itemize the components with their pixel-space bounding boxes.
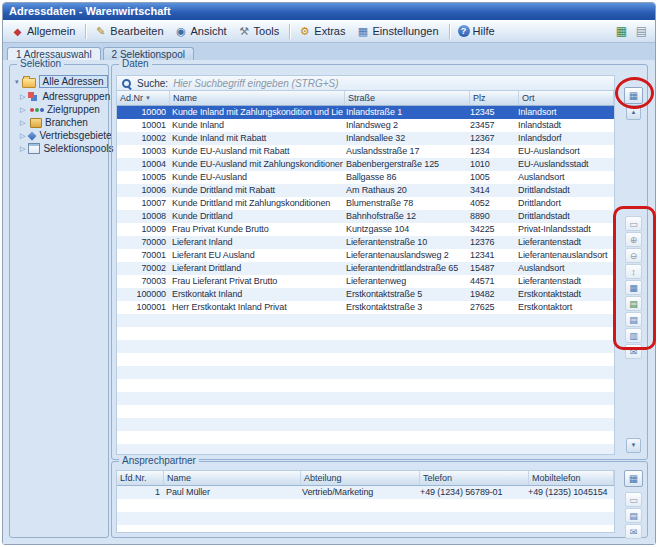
table-cell: 10009 [117,223,169,236]
table-row[interactable]: 10001Kunde InlandInlandsweg 223457Inland… [117,119,614,132]
table-cell: 1 [117,486,163,499]
branchen-icon [30,118,42,128]
tree-item-zielgruppen[interactable]: ▷ Zielgruppen [14,103,106,116]
ansicht-label: Ansicht [191,25,227,37]
table-cell: 100001 [117,301,169,314]
table-row[interactable]: 70003Frau Lieferant Privat BruttoLiefera… [117,275,614,288]
ansprechpartner-panel-title: Ansprechpartner [119,455,199,467]
column-header-name[interactable]: Name [164,471,301,485]
table-row[interactable]: 10002Kunde Inland mit RabattInlandsallee… [117,132,614,145]
table-row[interactable]: 10008Kunde DrittlandBahnhofstraße 128890… [117,210,614,223]
tree-expander-icon[interactable]: ▷ [20,116,27,129]
table-cell: 70000 [117,236,169,249]
search-icon [122,79,132,89]
tree-item-branchen[interactable]: ▷ Branchen [14,116,106,129]
zoom-in-icon[interactable]: ⊕ [625,232,642,247]
table-cell: Am Rathaus 20 [343,184,467,197]
column-header-adnr[interactable]: Ad.Nr ▼ [117,91,170,105]
export-mail-icon[interactable]: ✉ [625,344,642,359]
collapse-icon[interactable]: ▭ [625,216,642,231]
toolbar-separator [289,24,290,39]
scroll-up-icon[interactable]: ▲ [626,105,641,120]
column-header-abteilung[interactable]: Abteilung [301,471,420,485]
tree-expander-icon[interactable]: ▷ [20,90,25,103]
selektionspools-icon [28,143,40,154]
table-cell: Erstkontakt Inland [169,288,343,301]
table-row[interactable]: 10004Kunde EU-Ausland mit Zahlungskondit… [117,158,614,171]
table-row[interactable]: 100001Herr Erstkontakt Inland PrivatErst… [117,301,614,314]
tree-item-adressgruppen[interactable]: ▷ Adressgruppen [14,90,106,103]
tree-expander-icon[interactable]: ▷ [20,103,27,116]
table-cell: Kunde Inland mit Rabatt [169,132,343,145]
tools-label: Tools [254,25,280,37]
column-header-mobiltelefon[interactable]: Mobiltelefon [529,471,614,485]
table-row[interactable]: 10006Kunde Drittland mit RabattAm Rathau… [117,184,614,197]
table-row[interactable]: 10003Kunde EU-Ausland mit RabattAuslands… [117,145,614,158]
column-header-strasse[interactable]: Straße [345,91,470,105]
table-cell: Lieferantenauslandsweg 2 [343,249,467,262]
tree-root-label: Alle Adressen [39,75,108,88]
column-header-lfdnr[interactable]: Lfd.Nr. [117,471,164,485]
tree-item-label: Selektionspools [43,143,113,154]
adressgruppen-icon [28,92,34,98]
table-cell: Inlandstadt [515,119,614,132]
table-row[interactable]: 10009Frau Privat Kunde BruttoKuntzgasse … [117,223,614,236]
export-excel-icon[interactable]: ▤ [625,296,642,311]
table-cell: 12345 [467,106,515,119]
export-mail-icon[interactable]: ✉ [625,524,642,539]
grid-side-toolbar: ▭ ⊕ ⊖ ↕ ▦ ▤ ▤ ▥ ✉ [625,216,641,359]
table-cell: 10004 [117,158,169,171]
extras-button[interactable]: ⚙ Extras [294,23,351,40]
table-cell: 70003 [117,275,169,288]
table-cell: Kunde EU-Ausland [169,171,343,184]
export-pdf-icon[interactable]: ▥ [625,328,642,343]
table-row[interactable]: 70002Lieferant DrittlandLieferantendritt… [117,262,614,275]
bearbeiten-button[interactable]: ✎ Bearbeiten [90,23,169,40]
column-header-plz[interactable]: Plz [470,91,519,105]
table-row[interactable]: 70000Lieferant InlandLieferantenstraße 1… [117,236,614,249]
table-row[interactable]: 10000Kunde Inland mit Zahlungskondition … [117,106,614,119]
export-list-icon[interactable]: ▤ [625,508,642,523]
settings-icon: ▦ [356,25,369,38]
einstellungen-button[interactable]: ▦ Einstellungen [352,23,444,40]
column-header-ort[interactable]: Ort [519,91,614,105]
contact-options-icon[interactable]: ▦ [624,470,643,487]
allgemein-label: Allgemein [27,25,75,37]
column-header-telefon[interactable]: Telefon [420,471,529,485]
tree-item-vertriebsgebiete[interactable]: ▷ Vertriebsgebiete [14,129,106,142]
sort-icon[interactable]: ↕ [625,264,642,279]
table-row[interactable]: 10007Kunde Drittland mit Zahlungskonditi… [117,197,614,210]
allgemein-button[interactable]: ◆ Allgemein [7,23,81,40]
table-row[interactable]: 1Paul MüllerVertrieb/Marketing+49 (1234)… [117,486,614,499]
table-row[interactable]: 10005Kunde EU-AuslandBallgasse 861005Aus… [117,171,614,184]
tree-expander-icon[interactable]: ▾ [15,75,19,88]
table-cell: 15487 [467,262,515,275]
contact-side-toolbar: ▭ ▤ ✉ [625,492,641,539]
table-row[interactable]: 70001Lieferant EU AuslandLieferantenausl… [117,249,614,262]
hilfe-button[interactable]: ? Hilfe [454,23,501,39]
tree-item-selektionspools[interactable]: ▷ Selektionspools [14,142,106,155]
table-cell: Lieferant EU Ausland [169,249,343,262]
tools-button[interactable]: ⚒ Tools [234,23,286,40]
scroll-down-icon[interactable]: ▼ [626,438,641,453]
table-cell: 34225 [467,223,515,236]
table-cell: Blumenstraße 78 [343,197,467,210]
column-header-name[interactable]: Name [170,91,345,105]
table-cell: 3414 [467,184,515,197]
tree-expander-icon[interactable]: ▷ [20,129,25,142]
collapse-icon[interactable]: ▭ [625,492,642,507]
table-cell: EU-Auslandsort [515,145,614,158]
grid-menu-icon[interactable]: ▦ [624,87,643,104]
table-cell: 44571 [467,275,515,288]
columns-icon[interactable]: ▦ [625,280,642,295]
print-icon[interactable]: ▤ [632,22,651,40]
table-cell: EU-Auslandsstadt [515,158,614,171]
table-row[interactable]: 100000Erstkontakt InlandErstkontaktstraß… [117,288,614,301]
tree-root-alle-adressen[interactable]: ▾ Alle Adressen [14,74,106,90]
ansicht-button[interactable]: ◉ Ansicht [171,23,233,40]
export-table-icon[interactable]: ▦ [612,22,631,40]
zoom-out-icon[interactable]: ⊖ [625,248,642,263]
export-word-icon[interactable]: ▤ [625,312,642,327]
table-cell: 10000 [117,106,169,119]
tree-expander-icon[interactable]: ▷ [20,142,25,155]
